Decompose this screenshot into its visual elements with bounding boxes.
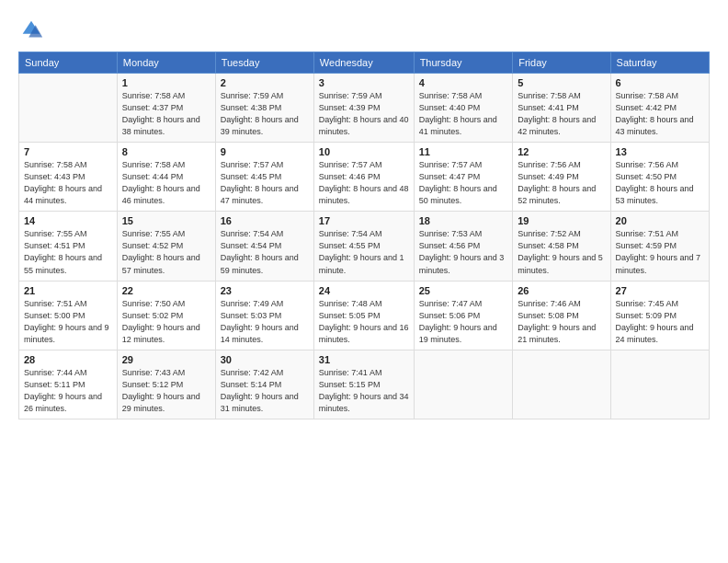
day-number: 10 xyxy=(319,146,409,157)
day-detail: Sunrise: 7:56 AMSunset: 4:50 PMDaylight:… xyxy=(616,159,704,207)
day-number: 27 xyxy=(616,285,704,296)
day-cell: 23Sunrise: 7:49 AMSunset: 5:03 PMDayligh… xyxy=(215,281,313,350)
week-row-2: 7Sunrise: 7:58 AMSunset: 4:43 PMDaylight… xyxy=(19,143,710,212)
day-number: 18 xyxy=(419,215,508,226)
day-detail: Sunrise: 7:42 AMSunset: 5:14 PMDaylight:… xyxy=(221,367,309,415)
day-detail: Sunrise: 7:58 AMSunset: 4:44 PMDaylight:… xyxy=(122,159,210,207)
day-cell: 1Sunrise: 7:58 AMSunset: 4:37 PMDaylight… xyxy=(117,74,215,143)
day-detail: Sunrise: 7:55 AMSunset: 4:51 PMDaylight:… xyxy=(24,228,112,276)
day-cell: 29Sunrise: 7:43 AMSunset: 5:12 PMDayligh… xyxy=(117,350,215,419)
day-cell: 14Sunrise: 7:55 AMSunset: 4:51 PMDayligh… xyxy=(19,212,118,281)
day-number: 24 xyxy=(319,285,409,296)
day-detail: Sunrise: 7:57 AMSunset: 4:46 PMDaylight:… xyxy=(319,159,409,207)
day-number: 7 xyxy=(24,146,112,157)
day-number: 28 xyxy=(24,354,112,365)
day-cell: 20Sunrise: 7:51 AMSunset: 4:59 PMDayligh… xyxy=(610,212,709,281)
day-detail: Sunrise: 7:59 AMSunset: 4:39 PMDaylight:… xyxy=(319,90,409,138)
day-detail: Sunrise: 7:41 AMSunset: 5:15 PMDaylight:… xyxy=(319,367,409,415)
day-cell: 26Sunrise: 7:46 AMSunset: 5:08 PMDayligh… xyxy=(513,281,610,350)
day-detail: Sunrise: 7:57 AMSunset: 4:47 PMDaylight:… xyxy=(419,159,508,207)
day-cell: 24Sunrise: 7:48 AMSunset: 5:05 PMDayligh… xyxy=(313,281,414,350)
header xyxy=(18,17,710,42)
day-detail: Sunrise: 7:58 AMSunset: 4:37 PMDaylight:… xyxy=(122,90,210,138)
logo xyxy=(18,17,48,42)
day-cell: 21Sunrise: 7:51 AMSunset: 5:00 PMDayligh… xyxy=(19,281,118,350)
day-detail: Sunrise: 7:55 AMSunset: 4:52 PMDaylight:… xyxy=(122,228,210,276)
day-cell: 2Sunrise: 7:59 AMSunset: 4:38 PMDaylight… xyxy=(215,74,313,143)
day-detail: Sunrise: 7:46 AMSunset: 5:08 PMDaylight:… xyxy=(518,298,605,346)
day-number: 16 xyxy=(221,215,309,226)
day-number: 8 xyxy=(122,146,210,157)
day-cell xyxy=(610,350,709,419)
day-detail: Sunrise: 7:43 AMSunset: 5:12 PMDaylight:… xyxy=(122,367,210,415)
day-cell: 27Sunrise: 7:45 AMSunset: 5:09 PMDayligh… xyxy=(610,281,709,350)
day-header-wednesday: Wednesday xyxy=(313,52,414,74)
day-number: 31 xyxy=(319,354,409,365)
day-cell: 19Sunrise: 7:52 AMSunset: 4:58 PMDayligh… xyxy=(513,212,610,281)
day-cell xyxy=(19,74,118,143)
day-cell: 31Sunrise: 7:41 AMSunset: 5:15 PMDayligh… xyxy=(313,350,414,419)
day-number: 19 xyxy=(518,215,605,226)
week-row-4: 21Sunrise: 7:51 AMSunset: 5:00 PMDayligh… xyxy=(19,281,710,350)
day-cell: 12Sunrise: 7:56 AMSunset: 4:49 PMDayligh… xyxy=(513,143,610,212)
day-number: 6 xyxy=(616,77,704,88)
day-cell: 8Sunrise: 7:58 AMSunset: 4:44 PMDaylight… xyxy=(117,143,215,212)
day-number: 25 xyxy=(419,285,508,296)
day-detail: Sunrise: 7:52 AMSunset: 4:58 PMDaylight:… xyxy=(518,228,605,276)
day-number: 22 xyxy=(122,285,210,296)
day-cell: 6Sunrise: 7:58 AMSunset: 4:42 PMDaylight… xyxy=(610,74,709,143)
logo-icon xyxy=(18,17,44,42)
day-number: 17 xyxy=(319,215,409,226)
day-cell: 18Sunrise: 7:53 AMSunset: 4:56 PMDayligh… xyxy=(414,212,513,281)
day-header-monday: Monday xyxy=(117,52,215,74)
day-detail: Sunrise: 7:56 AMSunset: 4:49 PMDaylight:… xyxy=(518,159,605,207)
day-number: 23 xyxy=(221,285,309,296)
week-row-5: 28Sunrise: 7:44 AMSunset: 5:11 PMDayligh… xyxy=(19,350,710,419)
day-detail: Sunrise: 7:50 AMSunset: 5:02 PMDaylight:… xyxy=(122,298,210,346)
calendar-table: SundayMondayTuesdayWednesdayThursdayFrid… xyxy=(18,52,710,419)
day-detail: Sunrise: 7:58 AMSunset: 4:40 PMDaylight:… xyxy=(419,90,508,138)
day-cell xyxy=(414,350,513,419)
days-header-row: SundayMondayTuesdayWednesdayThursdayFrid… xyxy=(19,52,710,74)
day-detail: Sunrise: 7:51 AMSunset: 5:00 PMDaylight:… xyxy=(24,298,112,346)
day-cell: 15Sunrise: 7:55 AMSunset: 4:52 PMDayligh… xyxy=(117,212,215,281)
day-cell: 11Sunrise: 7:57 AMSunset: 4:47 PMDayligh… xyxy=(414,143,513,212)
week-row-3: 14Sunrise: 7:55 AMSunset: 4:51 PMDayligh… xyxy=(19,212,710,281)
day-number: 4 xyxy=(419,77,508,88)
day-detail: Sunrise: 7:49 AMSunset: 5:03 PMDaylight:… xyxy=(221,298,309,346)
day-detail: Sunrise: 7:47 AMSunset: 5:06 PMDaylight:… xyxy=(419,298,508,346)
day-cell: 22Sunrise: 7:50 AMSunset: 5:02 PMDayligh… xyxy=(117,281,215,350)
day-cell: 5Sunrise: 7:58 AMSunset: 4:41 PMDaylight… xyxy=(513,74,610,143)
day-detail: Sunrise: 7:44 AMSunset: 5:11 PMDaylight:… xyxy=(24,367,112,415)
day-number: 30 xyxy=(221,354,309,365)
day-cell: 30Sunrise: 7:42 AMSunset: 5:14 PMDayligh… xyxy=(215,350,313,419)
day-detail: Sunrise: 7:58 AMSunset: 4:41 PMDaylight:… xyxy=(518,90,605,138)
week-row-1: 1Sunrise: 7:58 AMSunset: 4:37 PMDaylight… xyxy=(19,74,710,143)
day-cell: 3Sunrise: 7:59 AMSunset: 4:39 PMDaylight… xyxy=(313,74,414,143)
day-cell: 10Sunrise: 7:57 AMSunset: 4:46 PMDayligh… xyxy=(313,143,414,212)
day-cell: 4Sunrise: 7:58 AMSunset: 4:40 PMDaylight… xyxy=(414,74,513,143)
day-number: 13 xyxy=(616,146,704,157)
day-cell: 28Sunrise: 7:44 AMSunset: 5:11 PMDayligh… xyxy=(19,350,118,419)
day-number: 14 xyxy=(24,215,112,226)
day-number: 26 xyxy=(518,285,605,296)
day-detail: Sunrise: 7:53 AMSunset: 4:56 PMDaylight:… xyxy=(419,228,508,276)
day-number: 20 xyxy=(616,215,704,226)
day-detail: Sunrise: 7:58 AMSunset: 4:42 PMDaylight:… xyxy=(616,90,704,138)
day-header-sunday: Sunday xyxy=(19,52,118,74)
day-header-tuesday: Tuesday xyxy=(215,52,313,74)
day-header-saturday: Saturday xyxy=(610,52,709,74)
day-number: 1 xyxy=(122,77,210,88)
day-number: 21 xyxy=(24,285,112,296)
day-cell: 7Sunrise: 7:58 AMSunset: 4:43 PMDaylight… xyxy=(19,143,118,212)
day-number: 5 xyxy=(518,77,605,88)
day-number: 15 xyxy=(122,215,210,226)
day-detail: Sunrise: 7:48 AMSunset: 5:05 PMDaylight:… xyxy=(319,298,409,346)
day-cell: 9Sunrise: 7:57 AMSunset: 4:45 PMDaylight… xyxy=(215,143,313,212)
day-detail: Sunrise: 7:45 AMSunset: 5:09 PMDaylight:… xyxy=(616,298,704,346)
day-number: 2 xyxy=(221,77,309,88)
day-header-thursday: Thursday xyxy=(414,52,513,74)
day-number: 29 xyxy=(122,354,210,365)
day-detail: Sunrise: 7:54 AMSunset: 4:54 PMDaylight:… xyxy=(221,228,309,276)
day-detail: Sunrise: 7:54 AMSunset: 4:55 PMDaylight:… xyxy=(319,228,409,276)
